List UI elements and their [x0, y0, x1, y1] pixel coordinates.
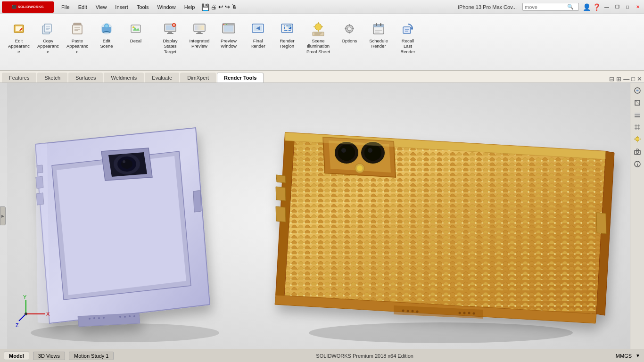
svg-point-147 [636, 137, 639, 141]
layers-panel-button[interactable] [632, 109, 643, 121]
status-tab-model[interactable]: Model [4, 352, 29, 360]
menu-view[interactable]: View [92, 3, 111, 11]
decal-button[interactable]: Decal [122, 18, 150, 56]
user-icon[interactable]: 👤 [583, 3, 591, 11]
paste-appearance-button[interactable]: PasteAppearance [63, 18, 91, 56]
svg-rect-56 [345, 28, 347, 29]
undo-icon[interactable]: ↩ [218, 3, 223, 10]
final-render-label: FinalRender [250, 38, 265, 49]
cursor-icon[interactable]: 🖱 [231, 3, 238, 10]
status-bar: Model 3D Views Motion Study 1 SOLIDWORKS… [0, 349, 644, 362]
menu-insert[interactable]: Insert [111, 3, 132, 11]
split-vertical-icon[interactable]: ⊞ [616, 75, 621, 82]
tab-surfaces[interactable]: Surfaces [68, 73, 103, 82]
copy-appearance-button[interactable]: CopyAppearance [34, 18, 62, 56]
canvas-area[interactable]: Z Y X ▶ [0, 83, 644, 349]
svg-point-121 [402, 310, 405, 312]
help-icon[interactable]: ❓ [593, 3, 601, 11]
recall-last-render-button[interactable]: RecallLastRender [394, 18, 422, 56]
scene-illumination-button[interactable]: SceneIlluminationProof Sheet [302, 18, 334, 56]
final-render-icon [249, 20, 266, 37]
svg-marker-118 [276, 175, 286, 183]
svg-point-35 [226, 24, 227, 25]
svg-marker-89 [193, 190, 201, 212]
search-box[interactable]: 🔍 [522, 3, 579, 11]
svg-point-123 [412, 310, 414, 313]
svg-rect-22 [167, 33, 173, 34]
print-icon[interactable]: 🖨 [211, 3, 217, 10]
tab-evaluate[interactable]: Evaluate [145, 73, 179, 82]
search-input[interactable] [525, 4, 567, 10]
preview-window-button[interactable]: PreviewWindow [215, 18, 243, 56]
svg-rect-32 [223, 24, 235, 25]
menu-tools[interactable]: Tools [133, 3, 153, 11]
maximize-button[interactable]: □ [623, 3, 632, 11]
camera-panel-button[interactable] [632, 146, 643, 157]
decal-label: Decal [130, 38, 141, 43]
svg-point-110 [341, 148, 346, 153]
status-dropdown-icon[interactable]: ▼ [636, 353, 640, 358]
tab-close-icon[interactable]: ✕ [637, 75, 642, 82]
save-icon[interactable]: 💾 [201, 3, 209, 11]
svg-point-18 [132, 26, 134, 28]
final-render-button[interactable]: FinalRender [244, 18, 272, 56]
info-panel-button[interactable]: i [632, 158, 643, 170]
svg-rect-28 [198, 32, 201, 33]
appearance-panel-button[interactable] [632, 85, 643, 96]
schedule-render-button[interactable]: ScheduleRender [364, 18, 393, 56]
render-region-button[interactable]: RenderRegion [273, 18, 301, 56]
search-icon: 🔍 [567, 4, 574, 10]
copy-appearance-icon [40, 20, 57, 37]
svg-rect-54 [349, 24, 350, 26]
ribbon-group-appearance: EditAppearance CopyAppearance [2, 16, 153, 70]
tab-weldments[interactable]: Weldments [104, 73, 144, 82]
menu-help[interactable]: Help [181, 3, 199, 11]
menu-edit[interactable]: Edit [74, 3, 91, 11]
svg-point-15 [105, 25, 108, 27]
restore-button[interactable]: ❐ [613, 3, 621, 11]
options-button[interactable]: Options [335, 18, 363, 56]
svg-rect-140 [635, 116, 640, 117]
tab-minimize-icon[interactable]: — [623, 75, 629, 82]
menu-file[interactable]: File [58, 3, 74, 11]
svg-point-91 [89, 318, 91, 320]
close-button[interactable]: ✕ [634, 3, 642, 11]
tab-dimxpert[interactable]: DimXpert [180, 73, 216, 82]
menu-window[interactable]: Window [154, 3, 180, 11]
svg-text:Z: Z [16, 322, 19, 328]
status-info: SOLIDWORKS Premium 2018 x64 Edition [316, 353, 413, 359]
svg-rect-60 [376, 23, 377, 26]
integrated-preview-button[interactable]: IntegratedPreview [185, 18, 214, 56]
edit-appearance-icon [10, 20, 27, 37]
edit-scene-label: EditScene [100, 38, 113, 49]
redo-icon[interactable]: ↪ [225, 3, 230, 10]
svg-point-96 [124, 316, 126, 318]
geometry-panel-button[interactable] [632, 97, 643, 108]
tab-features[interactable]: Features [2, 73, 36, 82]
light-panel-button[interactable] [632, 134, 643, 145]
svg-point-124 [416, 311, 419, 313]
menu-bar: File Edit View Insert Tools Window Help … [58, 3, 458, 11]
expand-panel-button[interactable]: ▶ [0, 206, 6, 225]
edit-appearance-button[interactable]: EditAppearance [5, 18, 33, 56]
svg-point-34 [224, 24, 225, 25]
tab-sketch[interactable]: Sketch [37, 73, 67, 82]
document-title: iPhone 13 Pro Max Cov... [458, 4, 517, 10]
split-horizontal-icon[interactable]: ⊟ [609, 75, 614, 82]
tab-render-tools[interactable]: Render Tools [217, 73, 264, 82]
status-tab-motion[interactable]: Motion Study 1 [69, 352, 114, 360]
minimize-button[interactable]: — [603, 3, 611, 11]
display-states-target-label: DisplayStatesTarget [163, 38, 177, 54]
render-region-icon [279, 20, 296, 37]
svg-point-94 [103, 317, 105, 319]
edit-scene-icon [98, 20, 115, 37]
grid-panel-button[interactable] [632, 122, 643, 133]
svg-point-75 [31, 323, 219, 342]
svg-rect-55 [349, 32, 350, 33]
svg-marker-117 [276, 206, 286, 222]
tab-restore-icon[interactable]: □ [631, 75, 635, 82]
status-tab-3dviews[interactable]: 3D Views [33, 352, 65, 360]
edit-scene-button[interactable]: EditScene [92, 18, 121, 56]
svg-point-92 [93, 317, 95, 319]
display-states-target-button[interactable]: DisplayStatesTarget [156, 18, 184, 56]
